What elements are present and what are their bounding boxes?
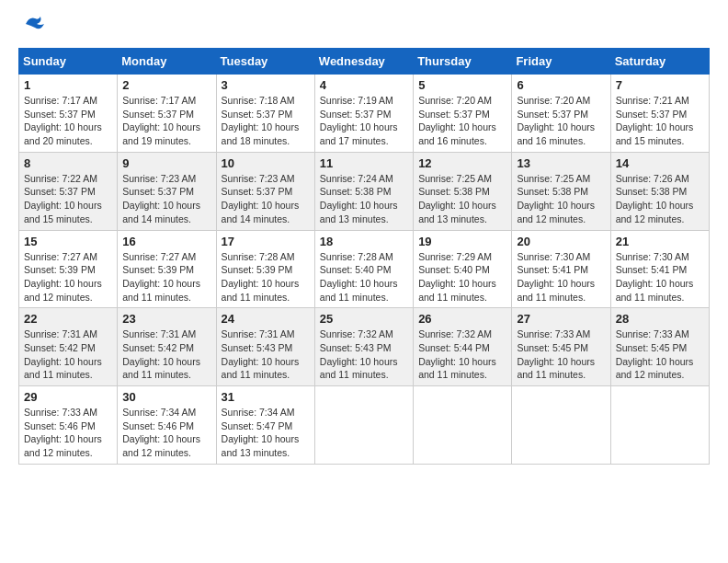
day-number: 8 [24, 156, 112, 170]
day-info: Sunrise: 7:33 AMSunset: 5:45 PMDaylight:… [616, 327, 704, 382]
day-info: Sunrise: 7:31 AMSunset: 5:42 PMDaylight:… [122, 327, 210, 382]
calendar-cell: 12 Sunrise: 7:25 AMSunset: 5:38 PMDaylig… [414, 152, 512, 230]
day-info: Sunrise: 7:34 AMSunset: 5:46 PMDaylight:… [122, 406, 210, 460]
day-info: Sunrise: 7:30 AMSunset: 5:41 PMDaylight:… [616, 250, 704, 304]
day-number: 5 [418, 78, 506, 92]
calendar-cell: 17 Sunrise: 7:28 AMSunset: 5:39 PMDaylig… [216, 230, 314, 308]
calendar-week-row: 29 Sunrise: 7:33 AMSunset: 5:46 PMDaylig… [19, 386, 710, 465]
calendar-cell: 3 Sunrise: 7:18 AMSunset: 5:37 PMDayligh… [216, 75, 314, 153]
calendar-cell: 8 Sunrise: 7:22 AMSunset: 5:37 PMDayligh… [19, 152, 118, 230]
calendar-cell: 14 Sunrise: 7:26 AMSunset: 5:38 PMDaylig… [610, 152, 709, 230]
calendar-week-row: 8 Sunrise: 7:22 AMSunset: 5:37 PMDayligh… [19, 152, 710, 230]
day-number: 7 [616, 78, 704, 92]
calendar-cell: 5 Sunrise: 7:20 AMSunset: 5:37 PMDayligh… [414, 75, 512, 153]
day-of-week-header: Thursday [414, 49, 512, 75]
day-of-week-header: Friday [512, 49, 610, 75]
day-of-week-header: Sunday [19, 49, 118, 75]
day-info: Sunrise: 7:19 AMSunset: 5:37 PMDaylight:… [320, 94, 408, 148]
day-info: Sunrise: 7:17 AMSunset: 5:37 PMDaylight:… [24, 94, 112, 148]
calendar-cell: 10 Sunrise: 7:23 AMSunset: 5:37 PMDaylig… [216, 152, 314, 230]
day-info: Sunrise: 7:28 AMSunset: 5:39 PMDaylight:… [222, 250, 310, 304]
day-info: Sunrise: 7:23 AMSunset: 5:37 PMDaylight:… [222, 172, 310, 226]
day-number: 2 [122, 78, 210, 92]
day-number: 26 [418, 312, 506, 326]
day-of-week-header: Monday [118, 49, 216, 75]
logo [18, 18, 44, 33]
calendar-cell: 31 Sunrise: 7:34 AMSunset: 5:47 PMDaylig… [216, 386, 314, 465]
calendar-cell: 21 Sunrise: 7:30 AMSunset: 5:41 PMDaylig… [610, 230, 709, 308]
day-info: Sunrise: 7:32 AMSunset: 5:43 PMDaylight:… [320, 327, 408, 382]
day-info: Sunrise: 7:24 AMSunset: 5:38 PMDaylight:… [320, 172, 408, 226]
day-number: 9 [122, 156, 210, 170]
day-number: 24 [222, 312, 310, 326]
day-number: 12 [418, 156, 506, 170]
day-info: Sunrise: 7:27 AMSunset: 5:39 PMDaylight:… [24, 250, 112, 304]
day-number: 11 [320, 156, 408, 170]
calendar-cell [610, 386, 709, 465]
calendar-week-row: 22 Sunrise: 7:31 AMSunset: 5:42 PMDaylig… [19, 308, 710, 386]
day-info: Sunrise: 7:22 AMSunset: 5:37 PMDaylight:… [24, 172, 112, 226]
calendar-cell: 30 Sunrise: 7:34 AMSunset: 5:46 PMDaylig… [118, 386, 216, 465]
day-info: Sunrise: 7:33 AMSunset: 5:45 PMDaylight:… [517, 327, 605, 382]
day-number: 17 [222, 235, 310, 248]
day-number: 23 [122, 312, 210, 326]
day-info: Sunrise: 7:21 AMSunset: 5:37 PMDaylight:… [616, 94, 704, 148]
day-info: Sunrise: 7:33 AMSunset: 5:46 PMDaylight:… [24, 406, 112, 460]
day-of-week-header: Wednesday [314, 49, 413, 75]
calendar-cell: 1 Sunrise: 7:17 AMSunset: 5:37 PMDayligh… [19, 75, 118, 153]
day-info: Sunrise: 7:20 AMSunset: 5:37 PMDaylight:… [418, 94, 506, 148]
day-info: Sunrise: 7:27 AMSunset: 5:39 PMDaylight:… [122, 250, 210, 304]
day-info: Sunrise: 7:17 AMSunset: 5:37 PMDaylight:… [122, 94, 210, 148]
day-info: Sunrise: 7:31 AMSunset: 5:43 PMDaylight:… [222, 327, 310, 382]
calendar-week-row: 15 Sunrise: 7:27 AMSunset: 5:39 PMDaylig… [19, 230, 710, 308]
calendar-cell: 24 Sunrise: 7:31 AMSunset: 5:43 PMDaylig… [216, 308, 314, 386]
calendar-cell: 11 Sunrise: 7:24 AMSunset: 5:38 PMDaylig… [314, 152, 413, 230]
day-number: 6 [517, 78, 605, 92]
calendar-cell: 28 Sunrise: 7:33 AMSunset: 5:45 PMDaylig… [610, 308, 709, 386]
day-number: 22 [24, 312, 112, 326]
day-info: Sunrise: 7:25 AMSunset: 5:38 PMDaylight:… [517, 172, 605, 226]
day-number: 15 [24, 235, 112, 248]
calendar-cell: 23 Sunrise: 7:31 AMSunset: 5:42 PMDaylig… [118, 308, 216, 386]
calendar-cell: 25 Sunrise: 7:32 AMSunset: 5:43 PMDaylig… [314, 308, 413, 386]
calendar-cell: 18 Sunrise: 7:28 AMSunset: 5:40 PMDaylig… [314, 230, 413, 308]
day-info: Sunrise: 7:32 AMSunset: 5:44 PMDaylight:… [418, 327, 506, 382]
day-info: Sunrise: 7:18 AMSunset: 5:37 PMDaylight:… [222, 94, 310, 148]
calendar-cell: 9 Sunrise: 7:23 AMSunset: 5:37 PMDayligh… [118, 152, 216, 230]
day-info: Sunrise: 7:25 AMSunset: 5:38 PMDaylight:… [418, 172, 506, 226]
calendar-cell: 20 Sunrise: 7:30 AMSunset: 5:41 PMDaylig… [512, 230, 610, 308]
calendar-cell: 7 Sunrise: 7:21 AMSunset: 5:37 PMDayligh… [610, 75, 709, 153]
day-number: 21 [616, 235, 704, 248]
calendar-cell: 16 Sunrise: 7:27 AMSunset: 5:39 PMDaylig… [118, 230, 216, 308]
day-number: 1 [24, 78, 112, 92]
day-number: 4 [320, 78, 408, 92]
calendar-cell: 22 Sunrise: 7:31 AMSunset: 5:42 PMDaylig… [19, 308, 118, 386]
day-info: Sunrise: 7:30 AMSunset: 5:41 PMDaylight:… [517, 250, 605, 304]
day-number: 19 [418, 235, 506, 248]
day-number: 14 [616, 156, 704, 170]
calendar-cell [414, 386, 512, 465]
day-number: 20 [517, 235, 605, 248]
day-of-week-header: Saturday [610, 49, 709, 75]
day-info: Sunrise: 7:34 AMSunset: 5:47 PMDaylight:… [222, 406, 310, 460]
day-number: 29 [24, 390, 112, 404]
calendar-cell: 29 Sunrise: 7:33 AMSunset: 5:46 PMDaylig… [19, 386, 118, 465]
day-number: 10 [222, 156, 310, 170]
calendar-header-row: SundayMondayTuesdayWednesdayThursdayFrid… [19, 49, 710, 75]
calendar-cell: 19 Sunrise: 7:29 AMSunset: 5:40 PMDaylig… [414, 230, 512, 308]
day-info: Sunrise: 7:31 AMSunset: 5:42 PMDaylight:… [24, 327, 112, 382]
day-number: 18 [320, 235, 408, 248]
day-info: Sunrise: 7:26 AMSunset: 5:38 PMDaylight:… [616, 172, 704, 226]
calendar-cell: 15 Sunrise: 7:27 AMSunset: 5:39 PMDaylig… [19, 230, 118, 308]
calendar-cell [512, 386, 610, 465]
day-number: 3 [222, 78, 310, 92]
calendar-cell: 13 Sunrise: 7:25 AMSunset: 5:38 PMDaylig… [512, 152, 610, 230]
day-number: 28 [616, 312, 704, 326]
calendar-week-row: 1 Sunrise: 7:17 AMSunset: 5:37 PMDayligh… [19, 75, 710, 153]
day-number: 27 [517, 312, 605, 326]
day-number: 25 [320, 312, 408, 326]
calendar-cell: 27 Sunrise: 7:33 AMSunset: 5:45 PMDaylig… [512, 308, 610, 386]
logo-bird-icon [24, 15, 44, 33]
day-number: 16 [122, 235, 210, 248]
day-number: 30 [122, 390, 210, 404]
